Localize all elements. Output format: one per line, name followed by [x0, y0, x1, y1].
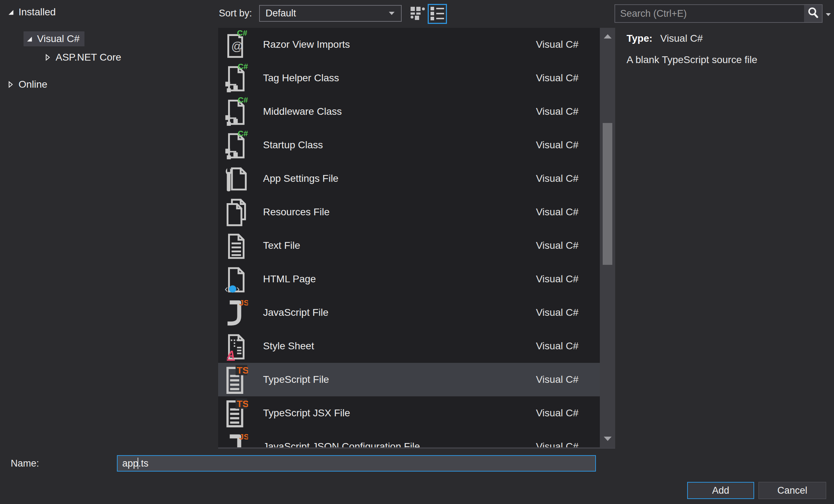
vertical-scrollbar[interactable]: [600, 28, 615, 447]
search-input[interactable]: [615, 5, 804, 22]
template-list-item[interactable]: C# Startup Class Visual C#: [218, 128, 600, 162]
razor-file-icon: @C#: [225, 29, 248, 60]
template-category: Visual C#: [536, 340, 578, 352]
template-name: App Settings File: [263, 173, 536, 184]
type-label: Type:: [627, 33, 653, 44]
template-name: TypeScript File: [263, 374, 536, 385]
template-name: HTML Page: [263, 273, 536, 285]
ts-file-icon: TS: [225, 364, 248, 395]
js-file-icon: JS: [225, 297, 248, 328]
template-list: @C# Razor View Imports Visual C# C# Tag …: [218, 28, 600, 449]
template-name: JavaScript File: [263, 307, 536, 318]
name-field-wrap: [117, 455, 596, 472]
search-button[interactable]: [804, 5, 822, 22]
list-view-icon: [429, 5, 446, 23]
template-list-item[interactable]: Resources File Visual C#: [218, 195, 600, 229]
template-list-item[interactable]: TS TypeScript JSX File Visual C#: [218, 396, 600, 430]
svg-text:C#: C#: [238, 130, 248, 138]
tree-item-label: ASP.NET Core: [56, 52, 121, 63]
template-list-item[interactable]: A Style Sheet Visual C#: [218, 329, 600, 363]
template-name: Text File: [263, 240, 536, 251]
html-file-icon: ‹›: [225, 264, 248, 294]
template-name: Middleware Class: [263, 106, 536, 117]
cs-class-file-icon: C#: [225, 96, 248, 127]
template-list-item[interactable]: JS JavaScript File Visual C#: [218, 296, 600, 329]
template-name: Tag Helper Class: [263, 72, 536, 84]
template-category: Visual C#: [536, 273, 578, 285]
svg-text:‹: ‹: [225, 283, 228, 294]
template-name: TypeScript JSX File: [263, 407, 536, 419]
svg-text:JS: JS: [239, 298, 248, 307]
scroll-up-icon[interactable]: [600, 29, 615, 43]
template-category: Visual C#: [536, 374, 578, 385]
template-list-item[interactable]: JS JavaScript JSON Configuration File Vi…: [218, 430, 600, 449]
search-box: [614, 4, 823, 23]
add-new-item-dialog: Installed Visual C# ASP.NET Core Online …: [0, 0, 834, 504]
svg-text:C#: C#: [237, 29, 247, 37]
cs-class-file-icon: C#: [225, 63, 248, 93]
grid-view-button[interactable]: [408, 4, 427, 24]
json-file-icon: JS: [225, 431, 248, 449]
css-file-icon: A: [225, 331, 248, 361]
template-list-panel: @C# Razor View Imports Visual C# C# Tag …: [218, 28, 615, 449]
template-list-item[interactable]: C# Tag Helper Class Visual C#: [218, 61, 600, 95]
template-category: Visual C#: [536, 173, 578, 184]
template-category: Visual C#: [536, 240, 578, 251]
template-list-item[interactable]: C# Middleware Class Visual C#: [218, 95, 600, 128]
svg-text:›: ›: [236, 283, 240, 294]
tree-item-label: Visual C#: [37, 33, 79, 45]
template-category: Visual C#: [536, 106, 578, 117]
template-category: Visual C#: [536, 307, 578, 318]
search-options-chevron-icon[interactable]: [825, 11, 831, 18]
template-list-item[interactable]: Text File Visual C#: [218, 229, 600, 262]
resources-file-icon: [225, 197, 248, 227]
tree-item[interactable]: Online: [0, 76, 217, 93]
expanded-triangle-icon: [25, 35, 37, 43]
search-icon: [806, 6, 820, 21]
template-name: Startup Class: [263, 139, 536, 151]
collapsed-triangle-icon: [43, 53, 56, 62]
add-button[interactable]: Add: [687, 482, 754, 499]
grid-view-icon: [409, 5, 426, 23]
svg-text:TS: TS: [237, 365, 248, 376]
scrollbar-thumb[interactable]: [603, 123, 612, 265]
cancel-button[interactable]: Cancel: [758, 482, 826, 499]
template-name: Razor View Imports: [263, 39, 536, 50]
template-list-item[interactable]: App Settings File Visual C#: [218, 162, 600, 195]
svg-text:C#: C#: [238, 63, 248, 71]
name-label: Name:: [11, 458, 39, 469]
template-category: Visual C#: [536, 441, 578, 449]
category-tree: Installed Visual C# ASP.NET Core Online: [0, 0, 217, 448]
template-name: Resources File: [263, 206, 536, 218]
name-input[interactable]: [117, 455, 596, 472]
svg-text:JS: JS: [239, 432, 248, 441]
type-value: Visual C#: [660, 33, 703, 44]
text-caret: [138, 458, 138, 469]
appsettings-file-icon: [225, 163, 248, 194]
template-list-item[interactable]: TS TypeScript File Visual C#: [218, 363, 600, 396]
tree-item[interactable]: Visual C#: [0, 30, 217, 47]
textfile-file-icon: [225, 230, 248, 261]
template-category: Visual C#: [536, 206, 578, 218]
svg-text:C#: C#: [238, 96, 248, 104]
sort-by-value: Default: [266, 8, 388, 19]
template-description: A blank TypeScript source file: [627, 54, 826, 66]
template-category: Visual C#: [536, 139, 578, 151]
chevron-down-icon: [388, 10, 395, 17]
tree-item-label: Online: [19, 79, 47, 90]
tree-item[interactable]: ASP.NET Core: [0, 49, 217, 66]
list-view-button[interactable]: [428, 4, 447, 24]
template-list-item[interactable]: @C# Razor View Imports Visual C#: [218, 28, 600, 61]
svg-text:@: @: [231, 40, 243, 53]
template-list-item[interactable]: ‹› HTML Page Visual C#: [218, 262, 600, 296]
sort-by-label: Sort by:: [219, 8, 252, 19]
template-category: Visual C#: [536, 72, 578, 84]
scroll-down-icon[interactable]: [600, 432, 615, 446]
template-category: Visual C#: [536, 39, 578, 50]
tree-item-label: Installed: [19, 6, 56, 18]
sort-by-dropdown[interactable]: Default: [259, 5, 402, 22]
svg-text:TS: TS: [237, 398, 248, 409]
template-name: JavaScript JSON Configuration File: [263, 441, 536, 449]
ts-file-icon: TS: [225, 398, 248, 428]
tree-item[interactable]: Installed: [0, 4, 217, 21]
